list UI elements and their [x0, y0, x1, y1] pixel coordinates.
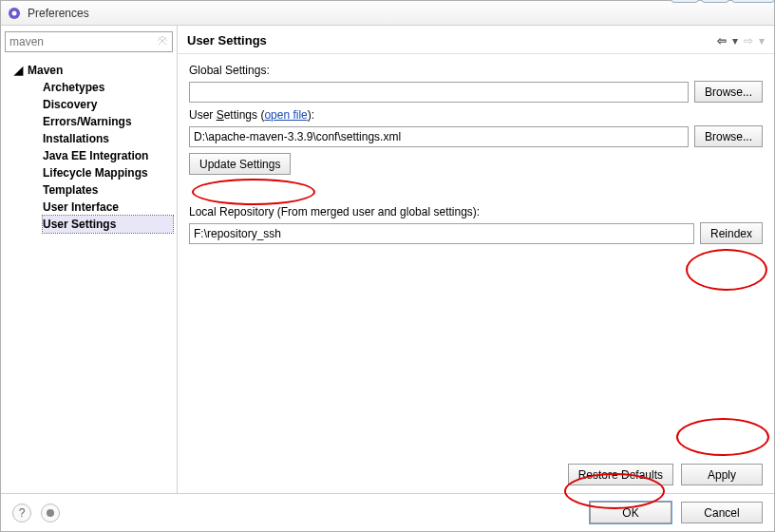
tree-item[interactable]: Java EE Integration — [43, 147, 173, 164]
filter-wrap — [5, 31, 173, 52]
user-settings-label: User Settings (open file): — [189, 108, 763, 122]
tree-node-maven[interactable]: ◢ Maven — [5, 62, 173, 79]
tree-item[interactable]: User Interface — [43, 199, 173, 216]
app-icon — [7, 6, 22, 21]
caret-down-icon: ◢ — [14, 64, 24, 77]
oomph-record-button[interactable] — [41, 504, 60, 522]
maximize-button[interactable]: ☐ — [701, 0, 729, 3]
user-settings-browse-button[interactable]: Browse... — [694, 125, 763, 147]
reindex-button[interactable]: Reindex — [700, 222, 763, 244]
preference-tree: ◢ Maven ArchetypesDiscoveryErrors/Warnin… — [5, 62, 173, 233]
global-settings-label: Global Settings: — [189, 64, 763, 77]
cancel-button[interactable]: Cancel — [681, 502, 763, 523]
right-panel: User Settings ⇦ ▾ ⇨ ▾ Global Settings: B… — [178, 26, 774, 493]
help-button[interactable]: ? — [12, 504, 31, 522]
left-panel: ◢ Maven ArchetypesDiscoveryErrors/Warnin… — [1, 26, 178, 493]
titlebar: Preferences ━ ☐ ✕ — [1, 1, 774, 26]
nav-forward-icon[interactable]: ⇨ — [744, 34, 753, 48]
tree-item[interactable]: Lifecycle Mappings — [43, 164, 173, 181]
nav-back-menu-icon[interactable]: ▾ — [732, 34, 738, 48]
nav-icons: ⇦ ▾ ⇨ ▾ — [717, 34, 765, 48]
global-settings-browse-button[interactable]: Browse... — [694, 81, 763, 103]
tree-item[interactable]: Templates — [43, 181, 173, 199]
tree-item[interactable]: Errors/Warnings — [43, 113, 173, 130]
tree-node-label: Maven — [28, 64, 63, 77]
page-header: User Settings ⇦ ▾ ⇨ ▾ — [178, 26, 774, 54]
tree-item[interactable]: Discovery — [43, 96, 173, 113]
svg-point-1 — [12, 10, 17, 15]
filter-input[interactable] — [5, 31, 173, 52]
close-button[interactable]: ✕ — [731, 0, 775, 3]
ok-button[interactable]: OK — [590, 502, 671, 523]
page-buttons: Restore Defaults Apply — [178, 454, 774, 493]
update-settings-button[interactable]: Update Settings — [189, 153, 291, 175]
tree-item[interactable]: User Settings — [43, 216, 173, 233]
user-settings-input[interactable] — [189, 126, 689, 147]
tree-item[interactable]: Archetypes — [43, 79, 173, 96]
apply-button[interactable]: Apply — [681, 464, 763, 485]
nav-forward-menu-icon[interactable]: ▾ — [759, 34, 765, 48]
nav-back-icon[interactable]: ⇦ — [717, 34, 727, 48]
restore-defaults-button[interactable]: Restore Defaults — [568, 464, 673, 485]
window-controls: ━ ☐ ✕ — [671, 0, 775, 3]
page-title: User Settings — [187, 33, 267, 48]
clear-filter-icon[interactable] — [156, 34, 169, 48]
preferences-dialog: Preferences ━ ☐ ✕ ◢ Maven ArchetypesDisc… — [0, 0, 775, 532]
local-repo-label: Local Repository (From merged user and g… — [189, 205, 763, 218]
window-title: Preferences — [28, 7, 89, 20]
settings-form: Global Settings: Browse... User Settings… — [178, 54, 774, 454]
minimize-button[interactable]: ━ — [671, 0, 699, 3]
local-repo-input[interactable] — [189, 223, 694, 244]
open-file-link[interactable]: open file — [264, 108, 307, 122]
dialog-body: ◢ Maven ArchetypesDiscoveryErrors/Warnin… — [1, 26, 774, 493]
dialog-button-bar: ? OK Cancel — [1, 493, 774, 531]
tree-item[interactable]: Installations — [43, 130, 173, 147]
global-settings-input[interactable] — [189, 82, 689, 103]
